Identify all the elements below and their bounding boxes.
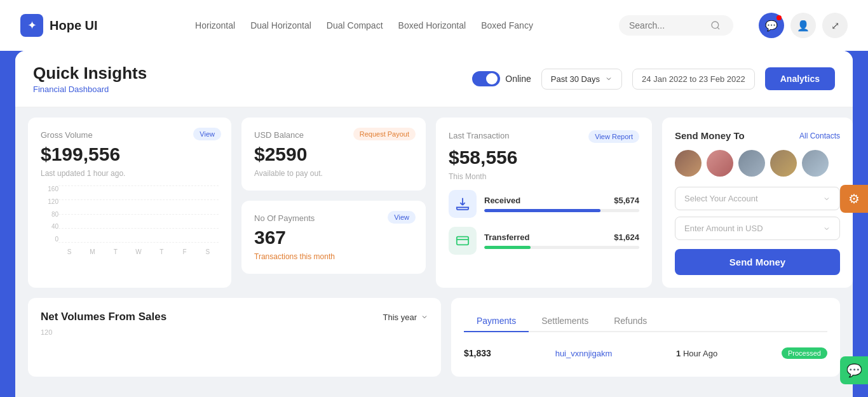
dashboard-header: Quick Insights Financial Dashboard Onlin… bbox=[15, 51, 853, 107]
enter-amount-placeholder: Enter Amount in USD bbox=[684, 224, 763, 233]
payment-time: 1 Hour Ago bbox=[676, 349, 717, 358]
floating-chat-button[interactable]: 💬 bbox=[840, 356, 868, 384]
nav-link-dual-horizontal[interactable]: Dual Horizontal bbox=[250, 20, 311, 30]
no-of-payments-card: No Of Payments View 367 Transactions thi… bbox=[241, 201, 426, 274]
search-input[interactable] bbox=[629, 20, 705, 30]
all-contacts-link[interactable]: All Contacts bbox=[799, 131, 840, 140]
received-info: Received $5,674 bbox=[484, 196, 639, 212]
online-label: Online bbox=[505, 74, 531, 84]
user-button[interactable]: 👤 bbox=[790, 13, 816, 38]
request-payout-badge[interactable]: Request Payout bbox=[353, 128, 416, 140]
received-amount: $5,674 bbox=[614, 196, 639, 205]
this-year-chevron bbox=[421, 313, 428, 321]
gross-volume-card: Gross Volume View $199,556 Last updated … bbox=[28, 118, 231, 288]
net-volumes-title: Net Volumes From Sales bbox=[41, 311, 166, 323]
tab-payments[interactable]: Payments bbox=[464, 311, 529, 331]
this-year-dropdown[interactable]: This year bbox=[383, 313, 428, 322]
enter-amount-dropdown[interactable]: Enter Amount in USD bbox=[675, 217, 840, 240]
usd-balance-sub: Available to pay out. bbox=[254, 169, 413, 178]
send-money-button[interactable]: Send Money bbox=[675, 249, 840, 275]
transferred-info: Transferred $1,624 bbox=[484, 232, 639, 249]
enter-amount-chevron bbox=[823, 225, 831, 232]
gross-volume-sub: Last updated 1 hour ago. bbox=[41, 169, 219, 178]
logo-text: Hope UI bbox=[50, 18, 98, 33]
svg-point-0 bbox=[712, 22, 719, 29]
expand-button[interactable]: ⤢ bbox=[822, 13, 848, 38]
bottom-grid: Net Volumes From Sales This year 120 Pay… bbox=[15, 298, 853, 387]
transferred-icon bbox=[449, 227, 477, 255]
chevron-down-icon bbox=[605, 75, 613, 83]
transferred-progress-fill bbox=[484, 246, 531, 249]
transferred-row: Transferred $1,624 bbox=[449, 227, 639, 255]
payments-panel: Payments Settlements Refunds $1,833 hui_… bbox=[451, 298, 840, 377]
logo-area: ✦ Hope UI bbox=[20, 14, 109, 37]
view-report-badge[interactable]: View Report bbox=[588, 130, 639, 143]
avatar-row bbox=[675, 150, 840, 177]
send-money-title: Send Money To bbox=[675, 130, 745, 141]
avatar-3[interactable] bbox=[738, 150, 765, 177]
date-filter-label: Past 30 Days bbox=[551, 74, 600, 84]
chart-y-label: 120 bbox=[41, 328, 428, 336]
nav-link-horizontal[interactable]: Horizontal bbox=[195, 20, 235, 30]
avatar-5[interactable] bbox=[802, 150, 829, 177]
avatar-1[interactable] bbox=[675, 150, 702, 177]
analytics-button[interactable]: Analytics bbox=[765, 67, 835, 90]
no-of-payments-sub: Transactions this month bbox=[254, 252, 413, 261]
net-volumes-card: Net Volumes From Sales This year 120 bbox=[28, 298, 441, 377]
search-icon bbox=[710, 20, 721, 30]
received-progress-bar bbox=[484, 209, 639, 212]
transferred-amount: $1,624 bbox=[614, 232, 639, 242]
online-switch[interactable] bbox=[472, 71, 500, 86]
page-title: Quick Insights bbox=[33, 64, 147, 83]
content-wrapper: Quick Insights Financial Dashboard Onlin… bbox=[15, 51, 853, 397]
online-toggle: Online bbox=[472, 71, 531, 86]
select-account-placeholder: Select Your Account bbox=[684, 194, 758, 203]
toggle-knob bbox=[486, 73, 498, 84]
svg-rect-2 bbox=[457, 237, 468, 245]
payment-row: $1,833 hui_vxnnjigakm 1 Hour Ago Process… bbox=[464, 342, 827, 364]
header-right: Online Past 30 Days 24 Jan 2022 to 23 Fe… bbox=[472, 67, 835, 90]
received-icon bbox=[449, 190, 477, 218]
gross-volume-label: Gross Volume bbox=[41, 130, 219, 140]
date-filter-dropdown[interactable]: Past 30 Days bbox=[541, 69, 622, 90]
last-transaction-label: Last Transaction bbox=[449, 131, 509, 140]
no-of-payments-badge[interactable]: View bbox=[388, 211, 416, 224]
received-label: Received bbox=[484, 196, 520, 205]
financial-dashboard-link[interactable]: Financial Dashboard bbox=[33, 84, 147, 94]
tab-settlements[interactable]: Settlements bbox=[529, 311, 601, 331]
nav-icons: 💬 👤 ⤢ bbox=[759, 13, 848, 38]
payments-tabs: Payments Settlements Refunds bbox=[464, 311, 827, 332]
payment-id[interactable]: hui_vxnnjigakm bbox=[555, 349, 613, 358]
main-nav: Horizontal Dual Horizontal Dual Compact … bbox=[135, 20, 593, 30]
transferred-label: Transferred bbox=[484, 232, 530, 242]
tab-refunds[interactable]: Refunds bbox=[601, 311, 660, 331]
received-progress-fill bbox=[484, 209, 600, 212]
select-account-dropdown[interactable]: Select Your Account bbox=[675, 187, 840, 210]
avatar-2[interactable] bbox=[707, 150, 733, 177]
last-transaction-card: Last Transaction View Report $58,556 Thi… bbox=[436, 118, 652, 288]
select-account-chevron bbox=[823, 195, 831, 203]
nav-link-boxed-horizontal[interactable]: Boxed Horizontal bbox=[398, 20, 466, 30]
send-money-panel: Send Money To All Contacts Select Your A… bbox=[662, 118, 853, 288]
gross-volume-chart: 160 120 80 40 0 bbox=[41, 185, 219, 255]
nav-link-boxed-fancy[interactable]: Boxed Fancy bbox=[481, 20, 533, 30]
date-range-display: 24 Jan 2022 to 23 Feb 2022 bbox=[632, 69, 755, 90]
floating-settings-button[interactable]: ⚙ bbox=[840, 185, 868, 213]
settings-icon: ⚙ bbox=[848, 191, 860, 206]
status-badge: Processed bbox=[782, 347, 827, 359]
transferred-progress-bar bbox=[484, 246, 639, 249]
notification-dot bbox=[776, 15, 782, 20]
nav-link-dual-compact[interactable]: Dual Compact bbox=[327, 20, 383, 30]
top-navigation: ✦ Hope UI Horizontal Dual Horizontal Dua… bbox=[0, 0, 868, 51]
bar-chart-bars bbox=[58, 185, 219, 243]
svg-line-1 bbox=[717, 27, 719, 29]
avatar-4[interactable] bbox=[770, 150, 797, 177]
usd-balance-value: $2590 bbox=[254, 144, 413, 165]
chat-button[interactable]: 💬 bbox=[759, 13, 784, 38]
logo-icon: ✦ bbox=[20, 14, 43, 37]
header-left: Quick Insights Financial Dashboard bbox=[33, 64, 147, 94]
received-row: Received $5,674 bbox=[449, 190, 639, 218]
payment-amount: $1,833 bbox=[464, 348, 491, 358]
search-area bbox=[619, 15, 733, 36]
gross-volume-badge[interactable]: View bbox=[193, 128, 221, 140]
